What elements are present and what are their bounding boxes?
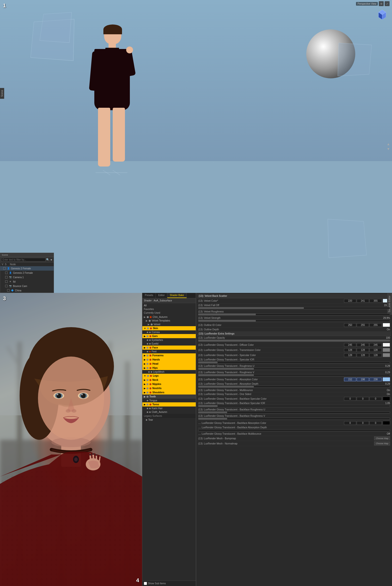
section-favorites[interactable]: Favorites (142, 307, 196, 311)
slider-track[interactable] (198, 313, 390, 315)
surface-item-velvet2[interactable]: ▶ Velvet (142, 323, 196, 326)
char-right-leg (113, 108, 125, 162)
surface-group-skin[interactable]: ▼ Skin (142, 326, 196, 330)
surface-group-torso[interactable]: ▶ Torso (142, 402, 196, 407)
color-g-input[interactable] (357, 353, 369, 357)
scene-item[interactable]: 📷 Camera 1 (0, 275, 54, 279)
show-sub-items[interactable]: Show Sub Items (142, 581, 196, 586)
viewport-3d[interactable]: 1 2 Perspective View ⚙ ⤢ ▲ ▼ Scene (0, 0, 392, 293)
surface-item-chin[interactable]: ▶ Chin_Autumn (142, 315, 196, 319)
color-b-input[interactable] (370, 323, 382, 327)
color-b-input[interactable] (370, 299, 382, 303)
scene-item[interactable]: ☀ Ibl (0, 279, 54, 284)
color-g-input[interactable] (357, 421, 369, 425)
slider-track[interactable] (198, 429, 390, 431)
color-b-input[interactable] (370, 343, 382, 347)
tab-shader-bake[interactable]: Shader Bake (167, 293, 187, 298)
color-g-input[interactable] (357, 343, 369, 347)
surface-item-tear[interactable]: Tear (142, 418, 196, 422)
color-b-input[interactable] (370, 378, 382, 381)
color-g-input[interactable] (357, 397, 369, 401)
color-r-input[interactable] (344, 348, 356, 352)
color-r-input[interactable] (344, 299, 356, 303)
surface-group-teeth[interactable]: ▶ Teeth (142, 395, 196, 399)
color-r-input[interactable] (344, 421, 356, 425)
scene-checkbox[interactable] (3, 267, 6, 270)
surface-item-eyelashes[interactable]: Eyelashes (142, 338, 196, 342)
surface-item-legsmesh[interactable]: LegsMesh (142, 370, 196, 374)
section-currently-used[interactable]: Currently Used (142, 311, 196, 315)
color-b-input[interactable] (370, 421, 382, 425)
viewport-settings-btn[interactable]: ⚙ (379, 1, 384, 6)
color-r-input[interactable] (344, 353, 356, 357)
color-inputs (344, 299, 382, 303)
slider-track[interactable] (198, 411, 390, 413)
surface-list[interactable]: ▶ Chin_Autumn ▶ Velvet Templates ▶ Velve… (142, 315, 196, 581)
bumpmap-choose-btn[interactable]: Choose Map (374, 436, 390, 440)
color-r-input[interactable] (344, 323, 356, 327)
color-r-input[interactable] (344, 378, 356, 381)
color-g-input[interactable] (357, 299, 369, 303)
color-g-input[interactable] (357, 323, 369, 327)
surface-item-cornea[interactable]: Cornea (142, 330, 196, 334)
surface-item-feet[interactable]: Feet (142, 350, 196, 353)
nav-down-btn[interactable]: ▼ (386, 147, 390, 151)
surface-item-karin-hair[interactable]: Karin Hair (142, 407, 196, 410)
slider-track[interactable] (198, 368, 390, 370)
scene-item[interactable]: 👤 Genesis 2 Female (0, 271, 54, 275)
slider-track[interactable] (198, 405, 390, 407)
scene-checkbox[interactable] (5, 276, 8, 278)
scene-checkbox[interactable] (5, 280, 8, 283)
scene-item[interactable]: 🔷 China (0, 288, 54, 293)
scene-tab-label[interactable]: Scene (0, 88, 4, 99)
surface-group-ears[interactable]: ▶ Ears (142, 334, 196, 338)
color-b-input[interactable] (370, 353, 382, 357)
scene-item[interactable]: 📷 Bounce Cam (0, 284, 54, 288)
surface-group-nostrils[interactable]: ▶ Nostrils (142, 386, 196, 390)
slider-track[interactable] (198, 340, 390, 342)
slider-track[interactable] (198, 374, 390, 376)
surface-group-legs[interactable]: ▼ Legs (142, 374, 196, 378)
scene-filter-input[interactable] (1, 258, 46, 262)
chevron-right-icon: ▶ (144, 379, 146, 381)
scene-checkbox[interactable] (7, 289, 10, 292)
cube-gizmo[interactable] (375, 7, 390, 22)
surface-item-tongue[interactable]: Tongue (142, 399, 196, 402)
scene-item-label: Bounce Cam (13, 285, 27, 287)
surface-item-eyelid[interactable]: Eyelid (142, 342, 196, 346)
scene-filter-icon[interactable]: ▼ (50, 258, 53, 261)
scene-checkbox[interactable] (5, 285, 8, 287)
color-g-input[interactable] (357, 378, 369, 381)
surface-group-nipples[interactable]: ▶ Nipples (142, 382, 196, 386)
slider-track[interactable] (198, 361, 390, 363)
normalmap-choose-btn[interactable]: Choose Map (374, 442, 390, 446)
surface-group-hips[interactable]: ▶ Hips (142, 366, 196, 370)
color-r-input[interactable] (344, 343, 356, 347)
viewport-expand-btn[interactable]: ⤢ (385, 1, 390, 6)
tab-presets[interactable]: Presets (142, 293, 156, 298)
scene-checkbox[interactable] (5, 272, 8, 274)
surface-group-head[interactable]: ▶ Head (142, 362, 196, 366)
section-all[interactable]: All (142, 304, 196, 307)
surface-group-hands[interactable]: ▶ Hands (142, 358, 196, 362)
color-g-input[interactable] (357, 348, 369, 352)
color-r-input[interactable] (344, 397, 356, 401)
slider-track[interactable] (198, 320, 390, 322)
color-b-input[interactable] (370, 348, 382, 352)
scene-item[interactable]: 👤 Genesis 2 Female (0, 266, 54, 271)
surface-group-shoulders[interactable]: ▶ Shoulders (142, 390, 196, 395)
slider-track[interactable] (198, 418, 390, 420)
surface-item-cloth-autumn[interactable]: Cloth_Autumn (142, 410, 196, 414)
scene-search-icon[interactable]: 🔍 (46, 258, 50, 261)
properties-panel: Surfaces Editor (13): Velvet Back Scatte… (196, 293, 392, 586)
surface-group-forearms[interactable]: ▶ Forearms (142, 353, 196, 358)
show-sub-items-checkbox[interactable] (144, 582, 147, 585)
surface-item-velvet[interactable]: ▶ Velvet Templates (142, 319, 196, 323)
tab-editor[interactable]: Editor (156, 293, 167, 298)
surface-group-face[interactable]: ▶ Face (142, 346, 196, 350)
surface-group-neck[interactable]: ▶ Neck (142, 378, 196, 382)
slider-track[interactable] (198, 386, 390, 388)
slider-track[interactable] (198, 307, 390, 309)
nav-up-btn[interactable]: ▲ (386, 142, 390, 146)
color-b-input[interactable] (370, 397, 382, 401)
